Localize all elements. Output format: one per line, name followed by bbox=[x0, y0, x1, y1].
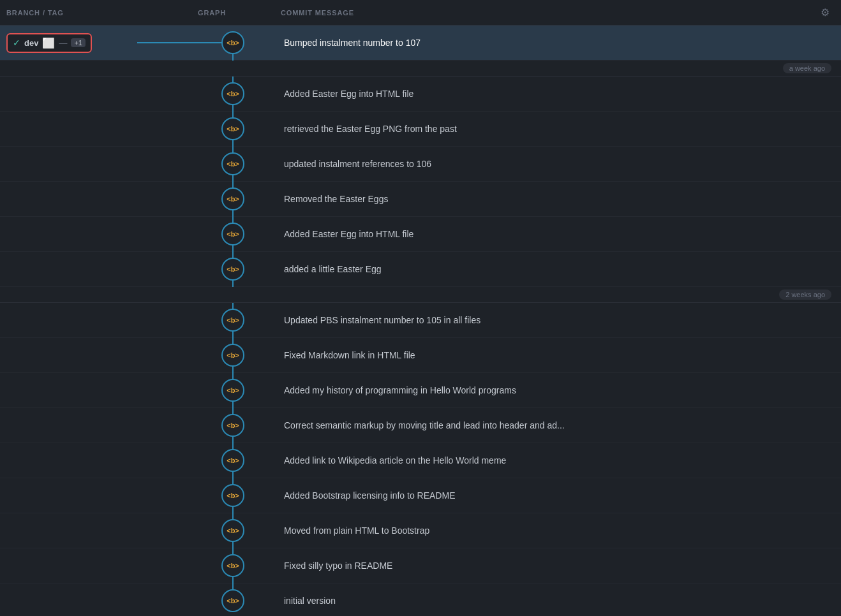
commit-message: Fixed silly typo in README bbox=[284, 561, 392, 571]
graph-header: GRAPH bbox=[198, 9, 281, 17]
commit-message: Added link to Wikipedia article on the H… bbox=[284, 455, 506, 466]
commit-node: <b> bbox=[221, 223, 244, 246]
commit-message-col: Moved from plain HTML to Bootstrap bbox=[274, 525, 841, 536]
monitor-icon: ⬜ bbox=[42, 37, 55, 49]
graph-col: <b> bbox=[191, 583, 274, 617]
commit-node: <b> bbox=[221, 449, 244, 472]
check-icon: ✓ bbox=[13, 38, 20, 48]
graph-col: <b> bbox=[191, 77, 274, 112]
graph-col: <b> bbox=[191, 252, 274, 287]
commit-node: <b> bbox=[221, 344, 244, 367]
table-row[interactable]: <b> updated instalment references to 106 bbox=[0, 147, 841, 182]
table-row[interactable]: <b> Correct semantic markup by moving ti… bbox=[0, 408, 841, 443]
commit-node: <b> bbox=[221, 187, 244, 210]
branch-tag[interactable]: ✓ dev ⬜ — +1 bbox=[6, 33, 92, 53]
table-row[interactable]: <b> Fixed silly typo in README bbox=[0, 548, 841, 583]
branch-name: dev bbox=[24, 38, 38, 48]
branch-tag-header: BRANCH / TAG bbox=[6, 9, 198, 17]
settings-icon[interactable]: ⚙ bbox=[815, 6, 835, 18]
graph-col: <b> bbox=[191, 373, 274, 408]
graph-col: <b> bbox=[191, 548, 274, 583]
commit-message-col: Removed the Easter Eggs bbox=[274, 194, 841, 204]
commit-message: Updated PBS instalment number to 105 in … bbox=[284, 315, 480, 325]
commit-message-col: updated instalment references to 106 bbox=[274, 159, 841, 169]
table-row[interactable]: <b> Moved from plain HTML to Bootstrap bbox=[0, 513, 841, 548]
commit-message: Correct semantic markup by moving title … bbox=[284, 420, 565, 430]
commit-message: Removed the Easter Eggs bbox=[284, 194, 388, 204]
table-row[interactable]: <b> Fixed Markdown link in HTML file bbox=[0, 338, 841, 373]
commit-message-col: Updated PBS instalment number to 105 in … bbox=[274, 315, 841, 325]
table-row[interactable]: <b> added a little Easter Egg bbox=[0, 252, 841, 287]
commit-node: <b> bbox=[221, 414, 244, 437]
commit-node: <b> bbox=[221, 519, 244, 542]
commit-node: <b> bbox=[221, 484, 244, 507]
commit-message: initial version bbox=[284, 596, 336, 606]
commit-list: ✓ dev ⬜ — +1 <b> Bumped instalment numbe… bbox=[0, 26, 841, 616]
commit-node: <b> bbox=[221, 31, 244, 54]
table-row[interactable]: <b> Added Easter Egg into HTML file bbox=[0, 77, 841, 112]
table-row[interactable]: <b> initial version bbox=[0, 583, 841, 616]
commit-message: Bumped instalment number to 107 bbox=[284, 38, 420, 48]
commit-message: added a little Easter Egg bbox=[284, 264, 382, 274]
commit-message-col: initial version bbox=[274, 596, 841, 606]
commit-message: Added Easter Egg into HTML file bbox=[284, 89, 413, 99]
commit-node: <b> bbox=[221, 309, 244, 332]
graph-col-first: <b> bbox=[191, 26, 274, 61]
commit-message-col: Bumped instalment number to 107 bbox=[274, 38, 841, 48]
plus-badge: +1 bbox=[71, 38, 86, 47]
commit-message: Added Bootstrap licensing info to README bbox=[284, 490, 455, 501]
commit-message-col: added a little Easter Egg bbox=[274, 264, 841, 274]
commit-node: <b> bbox=[221, 258, 244, 281]
graph-col: <b> bbox=[191, 182, 274, 217]
table-row[interactable]: <b> Added my history of programming in H… bbox=[0, 373, 841, 408]
graph-col: <b> bbox=[191, 478, 274, 513]
graph-col: <b> bbox=[191, 147, 274, 182]
graph-col: <b> bbox=[191, 112, 274, 147]
commit-message-col: Added my history of programming in Hello… bbox=[274, 385, 841, 395]
commit-message-col: Added Easter Egg into HTML file bbox=[274, 89, 841, 99]
commit-message: Added my history of programming in Hello… bbox=[284, 385, 516, 395]
commit-node: <b> bbox=[221, 589, 244, 612]
commit-node: <b> bbox=[221, 379, 244, 402]
commit-message: Fixed Markdown link in HTML file bbox=[284, 350, 415, 360]
table-row[interactable]: ✓ dev ⬜ — +1 <b> Bumped instalment numbe… bbox=[0, 26, 841, 61]
commit-message-col: Fixed silly typo in README bbox=[274, 561, 841, 571]
graph-col: <b> bbox=[191, 338, 274, 373]
commit-message: updated instalment references to 106 bbox=[284, 159, 431, 169]
table-row[interactable]: <b> Removed the Easter Eggs bbox=[0, 182, 841, 217]
graph-col: <b> bbox=[191, 303, 274, 338]
timestamp-two-weeks-ago: 2 weeks ago bbox=[0, 287, 841, 303]
timestamp-week-ago: a week ago bbox=[0, 61, 841, 77]
h-connector-left bbox=[137, 42, 233, 43]
graph-col: <b> bbox=[191, 217, 274, 252]
table-row[interactable]: <b> Added Bootstrap licensing info to RE… bbox=[0, 478, 841, 513]
commit-message: Added Easter Egg into HTML file bbox=[284, 229, 413, 239]
timestamp-badge: a week ago bbox=[783, 63, 831, 73]
commit-message-col: Fixed Markdown link in HTML file bbox=[274, 350, 841, 360]
commit-message-col: Correct semantic markup by moving title … bbox=[274, 420, 841, 430]
header-row: BRANCH / TAG GRAPH COMMIT MESSAGE ⚙ bbox=[0, 0, 841, 26]
table-row[interactable]: <b> Added Easter Egg into HTML file bbox=[0, 217, 841, 252]
commit-message-col: Added link to Wikipedia article on the H… bbox=[274, 455, 841, 466]
table-row[interactable]: <b> Updated PBS instalment number to 105… bbox=[0, 303, 841, 338]
commit-message-header: COMMIT MESSAGE bbox=[281, 9, 815, 17]
commit-node: <b> bbox=[221, 152, 244, 175]
commit-message-col: Added Bootstrap licensing info to README bbox=[274, 490, 841, 501]
commit-node: <b> bbox=[221, 117, 244, 140]
commit-message-col: Added Easter Egg into HTML file bbox=[274, 229, 841, 239]
commit-message: Moved from plain HTML to Bootstrap bbox=[284, 525, 429, 536]
timestamp-badge-2: 2 weeks ago bbox=[779, 290, 831, 300]
commit-node: <b> bbox=[221, 82, 244, 105]
table-row[interactable]: <b> retrieved the Easter Egg PNG from th… bbox=[0, 112, 841, 147]
app-container: BRANCH / TAG GRAPH COMMIT MESSAGE ⚙ ✓ de… bbox=[0, 0, 841, 616]
commit-message-col: retrieved the Easter Egg PNG from the pa… bbox=[274, 124, 841, 134]
table-row[interactable]: <b> Added link to Wikipedia article on t… bbox=[0, 443, 841, 478]
graph-col: <b> bbox=[191, 443, 274, 478]
commit-node: <b> bbox=[221, 554, 244, 577]
graph-col: <b> bbox=[191, 408, 274, 443]
graph-col: <b> bbox=[191, 513, 274, 548]
commit-message: retrieved the Easter Egg PNG from the pa… bbox=[284, 124, 457, 134]
